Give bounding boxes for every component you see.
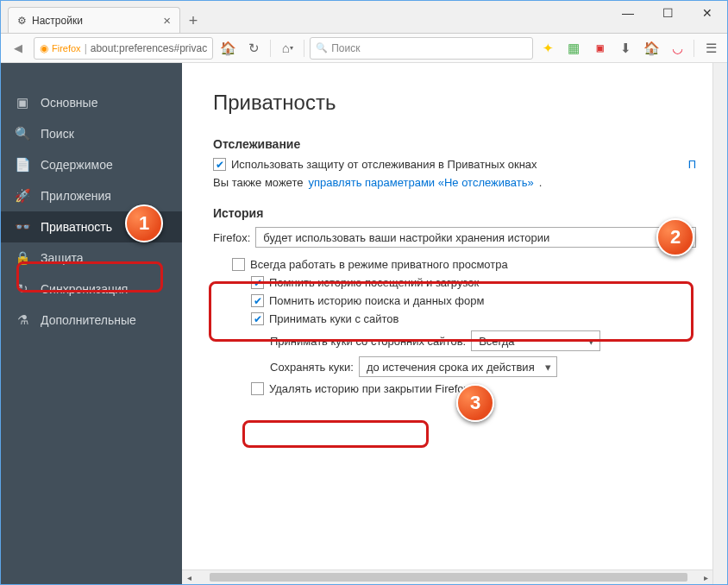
minimize-button[interactable]: — xyxy=(608,1,648,25)
maximize-button[interactable]: ☐ xyxy=(648,1,687,25)
scroll-right-arrow[interactable]: ▸ xyxy=(699,573,712,582)
thirdparty-cookies-label: Принимать куки со сторонних сайтов: xyxy=(270,335,466,348)
reload-button[interactable]: ↻ xyxy=(242,37,265,60)
content-area: ▣Основные 🔍Поиск 📄Содержимое 🚀Приложения… xyxy=(1,63,727,584)
nav-toolbar: ◀ ◉ Firefox | about:preferences#privac 🏠… xyxy=(1,34,727,63)
scrollbar-thumb[interactable] xyxy=(210,573,687,582)
home-secondary-button[interactable]: ⌂▾ xyxy=(276,37,298,60)
clear-on-close-checkbox[interactable] xyxy=(251,382,264,395)
search-icon: 🔍 xyxy=(15,126,30,142)
flask-icon: ⚗ xyxy=(15,312,30,328)
tab-close-icon[interactable]: × xyxy=(163,13,171,28)
horizontal-scrollbar[interactable]: ◂ ▸ xyxy=(182,569,712,584)
pocket-icon[interactable]: ◡ xyxy=(666,37,688,60)
always-private-checkbox[interactable] xyxy=(232,258,245,271)
sidebar-item-advanced[interactable]: ⚗Дополнительные xyxy=(1,305,182,336)
tracking-heading: Отслеживание xyxy=(213,137,696,151)
toolbar-separator xyxy=(270,40,271,57)
tracking-learn-more-link[interactable]: П xyxy=(688,158,696,171)
tracking-protection-label: Использовать защиту от отслеживания в Пр… xyxy=(231,158,537,171)
general-icon: ▣ xyxy=(15,95,30,110)
remember-browsing-label: Помнить историю посещений и загрузок xyxy=(269,276,479,289)
url-bar[interactable]: ◉ Firefox | about:preferences#privac xyxy=(34,37,213,60)
thirdparty-cookies-select[interactable]: Всегда xyxy=(471,330,600,351)
firefox-brand-icon: ◉ xyxy=(40,42,48,54)
document-icon: 📄 xyxy=(15,157,30,173)
annotation-callout-1: 1 xyxy=(125,204,163,242)
new-tab-button[interactable]: + xyxy=(180,9,206,33)
main-panel: Приватность Отслеживание Использовать за… xyxy=(182,63,727,584)
toolbar-separator xyxy=(304,40,304,57)
sync-icon: ↻ xyxy=(15,281,30,297)
sidebar: ▣Основные 🔍Поиск 📄Содержимое 🚀Приложения… xyxy=(1,63,182,584)
annotation-callout-2: 2 xyxy=(656,218,694,256)
sidebar-item-sync[interactable]: ↻Синхронизация xyxy=(1,274,182,305)
search-input[interactable]: Поиск xyxy=(310,37,533,60)
gear-icon: ⚙ xyxy=(17,15,27,27)
page-title: Приватность xyxy=(213,91,696,115)
window-controls: — ☐ ✕ xyxy=(608,1,727,25)
toolbar-separator xyxy=(693,40,694,57)
rocket-icon: 🚀 xyxy=(15,188,30,204)
sidebar-item-label: Дополнительные xyxy=(41,313,136,327)
downloads-button[interactable]: ⬇ xyxy=(614,37,637,60)
extension-green-icon[interactable]: ▦ xyxy=(562,37,585,60)
sidebar-item-label: Поиск xyxy=(41,127,74,141)
dnt-prefix-text: Вы также можете xyxy=(213,176,303,189)
scroll-left-arrow[interactable]: ◂ xyxy=(182,573,196,582)
mask-icon: 👓 xyxy=(15,219,30,235)
url-text: about:preferences#privac xyxy=(91,42,207,54)
remember-search-checkbox[interactable] xyxy=(251,294,264,307)
back-button[interactable]: ◀ xyxy=(6,36,30,60)
remember-browsing-checkbox[interactable] xyxy=(251,276,264,289)
history-heading: История xyxy=(213,206,696,220)
menu-button[interactable]: ☰ xyxy=(700,37,722,60)
sidebar-item-general[interactable]: ▣Основные xyxy=(1,87,182,118)
close-window-button[interactable]: ✕ xyxy=(687,1,727,25)
sidebar-item-label: Приватность xyxy=(41,220,112,234)
keep-cookies-label: Сохранять куки: xyxy=(270,361,354,374)
sidebar-item-label: Содержимое xyxy=(41,158,113,172)
sidebar-item-security[interactable]: 🔒Защита xyxy=(1,242,182,274)
lock-icon: 🔒 xyxy=(15,250,30,266)
sidebar-item-label: Основные xyxy=(41,96,97,110)
sidebar-item-label: Приложения xyxy=(41,189,111,203)
tab-title: Настройки xyxy=(32,15,83,27)
vertical-scrollbar[interactable] xyxy=(712,63,727,584)
remember-search-label: Помнить историю поиска и данных форм xyxy=(269,294,484,307)
home-extra-button[interactable]: 🏠 xyxy=(640,37,662,60)
keep-cookies-select[interactable]: до истечения срока их действия xyxy=(359,356,557,377)
accept-cookies-checkbox[interactable] xyxy=(251,312,264,325)
tracking-protection-checkbox[interactable] xyxy=(213,158,226,171)
sidebar-item-label: Синхронизация xyxy=(41,282,128,296)
history-mode-select[interactable]: будет использовать ваши настройки хранен… xyxy=(255,227,696,248)
url-separator: | xyxy=(85,42,87,54)
accept-cookies-label: Принимать куки с сайтов xyxy=(269,312,399,325)
bookmark-star-icon[interactable]: ✦ xyxy=(537,37,559,60)
adblock-icon[interactable]: ▣ xyxy=(588,37,611,60)
always-private-label: Всегда работать в режиме приватного прос… xyxy=(250,258,508,271)
dnt-dot: . xyxy=(539,176,543,189)
search-placeholder: Поиск xyxy=(331,42,360,54)
url-scheme-label: Firefox xyxy=(52,43,81,53)
tab-settings[interactable]: ⚙ Настройки × xyxy=(8,7,180,33)
dnt-link[interactable]: управлять параметрами «Не отслеживать» xyxy=(308,176,533,189)
annotation-callout-3: 3 xyxy=(456,384,494,422)
home-button[interactable]: 🏠 xyxy=(217,37,239,60)
clear-on-close-label: Удалять историю при закрытии Firefox xyxy=(269,382,469,395)
sidebar-item-label: Защита xyxy=(41,251,84,265)
sidebar-item-content[interactable]: 📄Содержимое xyxy=(1,149,182,180)
sidebar-item-search[interactable]: 🔍Поиск xyxy=(1,118,182,149)
history-firefox-label: Firefox: xyxy=(213,231,250,244)
sidebar-item-applications[interactable]: 🚀Приложения xyxy=(1,180,182,211)
